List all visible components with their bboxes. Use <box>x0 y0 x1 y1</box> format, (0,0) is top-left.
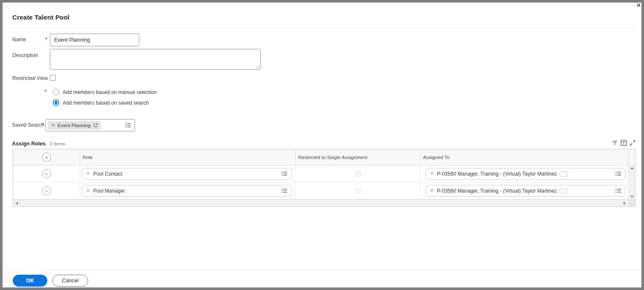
radio-unselected-icon <box>53 89 59 95</box>
restricted-single-assignment-checkbox[interactable] <box>355 188 361 193</box>
name-input[interactable] <box>50 34 139 46</box>
restricted-view-checkbox[interactable] <box>50 75 56 81</box>
vertical-scrollbar[interactable] <box>628 165 635 199</box>
column-header-spacer <box>628 149 635 165</box>
saved-search-pill: ✕ Event Planning <box>48 121 101 130</box>
restricted-single-assignment-checkbox[interactable] <box>355 171 361 176</box>
table-toolbar <box>612 140 635 146</box>
create-talent-pool-dialog: ✕ Create Talent Pool Name * Description … <box>0 0 644 290</box>
remove-icon[interactable]: ✕ <box>430 188 434 193</box>
page-title: Create Talent Pool <box>12 14 69 21</box>
remove-icon[interactable]: ✕ <box>430 171 434 176</box>
member-source-required-asterisk: * <box>45 89 47 95</box>
close-icon[interactable]: ✕ <box>636 3 641 9</box>
remove-icon[interactable]: ✕ <box>86 171 90 176</box>
remove-row-button[interactable]: − <box>42 169 51 178</box>
table-row: − ✕ Pool Contact <box>13 165 628 182</box>
radio-option-saved-search[interactable]: Add members based on saved search <box>53 100 149 106</box>
filter-icon[interactable] <box>612 140 618 146</box>
prompt-list-icon[interactable] <box>125 122 131 128</box>
prompt-list-icon[interactable] <box>615 171 621 176</box>
scroll-left-icon[interactable] <box>16 202 18 205</box>
role-field[interactable]: ✕ Pool Manager <box>82 185 292 197</box>
restricted-view-label: Restricted View <box>12 75 48 81</box>
prompt-list-icon[interactable] <box>615 188 621 193</box>
assign-roles-table: + Role Restricted to Single Assignment A… <box>13 149 635 207</box>
table-header-row: + Role Restricted to Single Assignment A… <box>13 149 635 165</box>
table-row: − ✕ Pool Manager <box>13 182 628 199</box>
column-settings-icon[interactable] <box>621 140 627 146</box>
assigned-to-field[interactable]: ✕ P-03560 Manager, Training - (Virtual) … <box>426 185 626 197</box>
radio-selected-icon <box>53 100 59 106</box>
name-required-asterisk: * <box>45 37 47 43</box>
related-actions-button[interactable]: ··· <box>560 188 568 193</box>
column-header-role: Role <box>80 149 296 165</box>
scrollbar-corner <box>628 199 635 206</box>
cancel-button[interactable]: Cancel <box>52 275 88 287</box>
assigned-to-field[interactable]: ✕ P-03560 Manager, Training - (Virtual) … <box>426 168 626 180</box>
assigned-to-pill-label: P-03560 Manager, Training - (Virtual) Ta… <box>437 171 557 177</box>
resize-handle-icon[interactable] <box>256 65 260 69</box>
footer-divider <box>3 270 641 270</box>
name-label: Name <box>12 37 26 43</box>
header-divider <box>9 28 635 28</box>
description-textarea[interactable] <box>50 49 261 70</box>
external-link-icon[interactable] <box>93 123 98 128</box>
role-pill-label: Pool Manager <box>93 188 125 194</box>
column-header-assigned-to: Assigned To <box>420 149 628 165</box>
saved-search-label: Saved Search <box>12 122 44 128</box>
plus-icon: + <box>45 154 48 160</box>
prompt-list-icon[interactable] <box>281 171 288 176</box>
add-row-button[interactable]: + <box>42 153 51 162</box>
radio-option-manual-selection[interactable]: Add members based on manual selection <box>53 89 157 95</box>
scroll-up-icon[interactable] <box>630 167 634 169</box>
radio-option-label: Add members based on manual selection <box>63 89 157 95</box>
description-label: Description <box>12 52 38 58</box>
radio-option-label: Add members based on saved search <box>63 100 149 106</box>
column-header-restricted: Restricted to Single Assignment <box>296 149 420 165</box>
assign-roles-header: Assign Roles 2 items <box>12 141 65 147</box>
assign-roles-title: Assign Roles <box>12 141 46 147</box>
role-field[interactable]: ✕ Pool Contact <box>82 168 292 180</box>
remove-icon[interactable]: ✕ <box>51 123 55 128</box>
assigned-to-pill-label: P-03560 Manager, Training - (Virtual) Ta… <box>437 188 557 194</box>
remove-icon[interactable]: ✕ <box>86 188 90 193</box>
minus-icon: − <box>45 188 48 194</box>
expand-icon[interactable] <box>630 140 635 146</box>
ok-button[interactable]: OK <box>13 275 47 287</box>
scroll-right-icon[interactable] <box>624 202 626 205</box>
minus-icon: − <box>45 171 48 177</box>
prompt-list-icon[interactable] <box>281 188 288 193</box>
remove-row-button[interactable]: − <box>42 186 51 195</box>
saved-search-field[interactable]: ✕ Event Planning <box>46 119 135 131</box>
related-actions-button[interactable]: ··· <box>560 171 568 176</box>
saved-search-required-asterisk: * <box>42 122 44 128</box>
horizontal-scrollbar[interactable] <box>13 199 628 206</box>
saved-search-pill-label: Event Planning <box>58 123 90 128</box>
role-pill-label: Pool Contact <box>93 171 123 177</box>
scroll-down-icon[interactable] <box>630 196 634 198</box>
assign-roles-count: 2 items <box>50 141 65 146</box>
